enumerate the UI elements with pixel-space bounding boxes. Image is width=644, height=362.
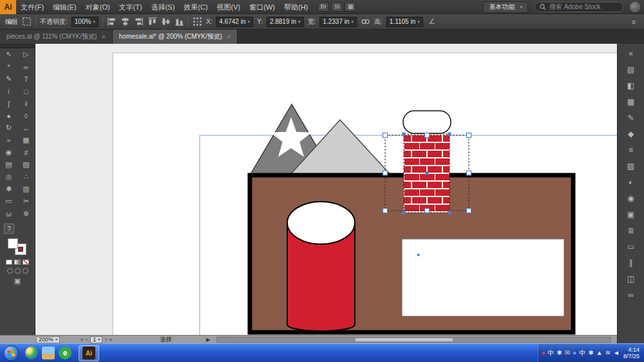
pictures-icon[interactable] (42, 347, 55, 359)
pencil-tool[interactable]: ℓ (17, 97, 35, 110)
tray-ime-chinese-icon[interactable]: 中 (548, 350, 554, 356)
graphic-styles-panel-icon[interactable]: ▣ (620, 206, 642, 222)
scrollbar-thumb[interactable] (355, 338, 453, 342)
perspective-grid-tool[interactable]: # (17, 146, 35, 158)
height-field[interactable]: 1.1105 in▾ (386, 17, 423, 27)
symbols-panel-icon[interactable]: ◆ (620, 126, 642, 142)
artboards-panel-icon[interactable]: ▭ (620, 238, 642, 254)
zoom-tool[interactable]: ⊕ (17, 207, 35, 220)
draw-behind-mode-button[interactable] (15, 268, 21, 274)
tray-ime2-chinese-icon[interactable]: 中 (579, 350, 585, 356)
layers-panel-icon[interactable]: ≣ (620, 222, 642, 238)
previous-artboard-button[interactable]: ‹ (86, 336, 88, 343)
artboard-number-field[interactable]: 1 ▾ (90, 336, 102, 343)
width-tool[interactable]: ≈ (0, 134, 17, 146)
none-button[interactable] (23, 260, 29, 265)
eyedropper-tool[interactable]: ◎ (0, 171, 17, 183)
stock-icon[interactable]: St (331, 2, 343, 12)
gradient-button[interactable] (14, 260, 21, 265)
brushes-panel-icon[interactable]: ✎ (620, 110, 642, 126)
workspace-switcher[interactable]: 基本功能 ▾ (483, 1, 528, 13)
pen-tool[interactable]: ✎ (0, 73, 17, 85)
cylinder-top-ellipse[interactable] (287, 202, 355, 244)
opacity-field[interactable]: 100% ▾ (71, 17, 99, 27)
paintbrush-tool[interactable]: ∫ (0, 97, 17, 110)
gradient-panel-icon[interactable]: ▨ (620, 158, 642, 174)
line-segment-tool[interactable]: / (0, 85, 17, 97)
door-rectangle[interactable] (402, 239, 564, 316)
tray-message-icon[interactable]: ✉ (565, 350, 570, 356)
eraser-tool[interactable]: ◊ (17, 110, 35, 122)
artwork-scene[interactable] (35, 44, 617, 335)
artboard-tool[interactable]: ▭ (0, 195, 17, 207)
draw-normal-mode-button[interactable] (7, 268, 13, 274)
magic-wand-tool[interactable]: * (0, 61, 17, 73)
lasso-tool[interactable]: ∞ (17, 61, 35, 73)
tab-homesale[interactable]: homesale.ai* @ 200% (CMYK/预览) × (113, 30, 238, 44)
first-artboard-button[interactable]: « (80, 336, 83, 343)
type-tool[interactable]: T (17, 73, 35, 85)
link-dimensions-icon[interactable] (361, 17, 370, 26)
hand-tool[interactable]: ω (0, 207, 17, 220)
menu-item[interactable]: 效果(C) (179, 0, 212, 14)
x-field[interactable]: 4.6742 in▾ (216, 17, 253, 27)
stock-search-input[interactable]: 搜索 Adobe Stock (535, 2, 623, 12)
tray-network-icon[interactable]: ≋ (605, 350, 611, 356)
menu-item[interactable]: 视图(V) (213, 0, 245, 14)
illustrator-taskbar-button[interactable]: Ai (79, 345, 99, 361)
bridge-icon[interactable]: Br (317, 2, 329, 12)
mesh-tool[interactable]: ▤ (0, 158, 17, 171)
close-icon[interactable]: × (227, 33, 231, 41)
appearance-panel-icon[interactable]: ◉ (620, 190, 642, 206)
collapse-dock-icon[interactable]: « (620, 45, 642, 61)
slice-tool[interactable]: ✂ (17, 195, 35, 207)
menu-item[interactable]: 编辑(E) (48, 0, 81, 14)
status-menu-arrow[interactable]: ▶ (206, 336, 210, 343)
rotate-tool[interactable]: ↻ (0, 122, 17, 134)
last-artboard-button[interactable]: » (109, 336, 112, 343)
reference-point-icon[interactable] (193, 17, 202, 26)
draw-inside-mode-button[interactable] (23, 268, 28, 274)
align-center-horizontal-icon[interactable] (120, 17, 130, 26)
selection-tool[interactable]: ↖ (0, 48, 17, 61)
menu-item[interactable]: 文件(F) (16, 0, 48, 14)
taskbar-clock[interactable]: 4:14 8/7/25 (622, 347, 641, 359)
tools-panel-header[interactable] (0, 44, 35, 48)
tray-hidden-icons-arrow[interactable]: ▲ (596, 350, 603, 356)
align-panel-icon[interactable]: ∥ (620, 254, 642, 271)
menu-item[interactable]: 窗口(W) (245, 0, 279, 14)
cs-live-icon[interactable] (630, 2, 640, 12)
zoom-level-select[interactable]: 200% ▾ (36, 336, 60, 343)
scale-tool[interactable]: ↔ (17, 122, 35, 134)
tab-pieces[interactable]: pieces.ai @ 111% (CMYK/预览) × (0, 30, 113, 44)
document-canvas-area[interactable] (35, 44, 617, 335)
width-field[interactable]: 1.2337 in▾ (319, 17, 357, 27)
align-top-icon[interactable] (147, 17, 157, 26)
align-right-icon[interactable] (134, 17, 144, 26)
column-graph-tool[interactable]: ▥ (17, 183, 35, 195)
menu-item[interactable]: 对象(O) (81, 0, 115, 14)
menu-item[interactable]: 选择(S) (147, 0, 180, 14)
tray-volume-icon[interactable]: ◄ (613, 350, 620, 356)
align-bottom-icon[interactable] (175, 17, 184, 26)
fill-swatch[interactable] (8, 238, 18, 249)
tray-security-icon[interactable]: ● (542, 350, 545, 356)
blend-tool[interactable]: ∴ (17, 171, 35, 183)
align-left-icon[interactable] (107, 17, 117, 26)
color-guide-panel-icon[interactable]: ◧ (620, 77, 642, 93)
direct-selection-tool[interactable]: ▷ (17, 48, 35, 61)
gradient-tool[interactable]: ▨ (17, 158, 35, 171)
menu-item[interactable]: 文字(T) (115, 0, 147, 14)
shape-builder-tool[interactable]: ◉ (0, 146, 17, 158)
pathfinder-panel-icon[interactable]: ◫ (620, 271, 642, 287)
swatches-panel-icon[interactable]: ▦ (620, 93, 642, 110)
arrange-documents-icon[interactable]: ▦ (345, 2, 356, 12)
next-artboard-button[interactable]: › (105, 336, 107, 343)
smoke-shape[interactable] (403, 111, 451, 133)
transparency-panel-icon[interactable]: ◐ (620, 174, 642, 190)
start-button[interactable] (3, 345, 19, 361)
y-field[interactable]: 2.8819 in▾ (267, 17, 304, 27)
bounding-box-icon[interactable] (22, 17, 32, 26)
menu-item[interactable]: 帮助(H) (279, 0, 312, 14)
tray-ime2-settings-icon[interactable]: ✱ (588, 350, 593, 356)
